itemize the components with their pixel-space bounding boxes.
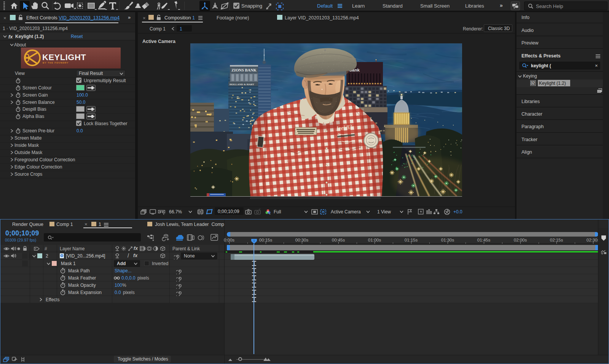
svg-text:Snapping: Snapping — [241, 3, 262, 9]
svg-text:KEYLIGHT: KEYLIGHT — [42, 52, 86, 62]
svg-text:BY THE FOUNDRY: BY THE FOUNDRY — [43, 62, 69, 64]
